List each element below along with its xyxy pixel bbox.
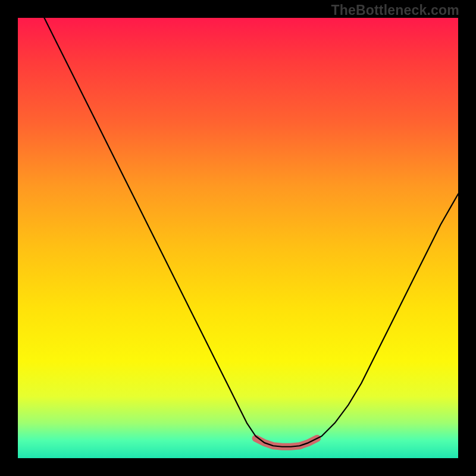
plot-area [18,18,458,458]
chart-container: TheBottleneck.com [0,0,476,476]
bottleneck-curve-path [44,18,458,447]
chart-svg [18,18,458,458]
watermark-text: TheBottleneck.com [331,2,459,18]
